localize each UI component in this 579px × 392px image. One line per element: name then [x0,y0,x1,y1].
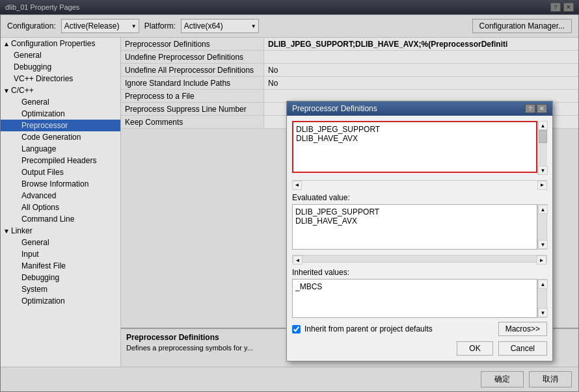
edit-scrollbar[interactable]: ▲ ▼ [537,121,547,175]
evaluated-label: Evaluated value: [292,193,547,202]
hscroll-right-arrow[interactable]: ► [537,181,547,190]
inherit-checkbox-row: Inherit from parent or project defaults … [292,322,547,336]
eval-hscroll-left[interactable]: ◄ [293,255,303,265]
inh-sb-up[interactable]: ▲ [538,280,548,289]
eval-sb-down[interactable]: ▼ [538,240,548,249]
evaluated-hscroll[interactable]: ◄ ► [292,255,547,263]
inherited-label: Inherited values: [292,268,547,277]
eval-sb-up[interactable]: ▲ [538,205,548,214]
evaluated-container: DLIB_JPEG_SUPPORT DLIB_HAVE_AVX ▲ ▼ [292,204,547,250]
inherited-line-1: _MBCS [295,282,534,291]
sb-down-arrow[interactable]: ▼ [538,166,548,175]
popup-title-bar: Preprocessor Definitions ? ✕ [287,101,552,116]
eval-hscroll-right[interactable]: ► [537,255,546,265]
inherit-checkbox[interactable] [292,325,301,333]
eval-hscroll-track [303,255,537,262]
popup-title-controls: ? ✕ [525,104,547,113]
evaluated-box: DLIB_JPEG_SUPPORT DLIB_HAVE_AVX [292,204,537,250]
inherited-container: _MBCS ▲ ▼ [292,279,547,318]
popup-close-button[interactable]: ✕ [537,104,547,113]
sb-up-arrow[interactable]: ▲ [538,121,548,130]
popup-body: DLIB_JPEG_SUPPORT DLIB_HAVE_AVX ▲ ▼ ◄ ► … [287,116,552,361]
sb-thumb[interactable] [539,130,547,143]
popup-title: Preprocessor Definitions [292,104,377,113]
macros-button[interactable]: Macros>> [498,322,547,336]
popup-help-button[interactable]: ? [525,104,535,113]
inherited-scrollbar[interactable]: ▲ ▼ [537,279,547,318]
popup-bottom-buttons: OK Cancel [292,341,547,356]
inherited-box: _MBCS [292,279,537,318]
evaluated-scrollbar[interactable]: ▲ ▼ [537,204,547,250]
popup-ok-button[interactable]: OK [457,341,492,356]
eval-sb-track [538,214,546,240]
evaluated-line-1: DLIB_JPEG_SUPPORT [295,207,534,216]
sb-track [538,130,547,166]
edit-hscroll[interactable]: ◄ ► [292,180,547,189]
edit-box-container: DLIB_JPEG_SUPPORT DLIB_HAVE_AVX ▲ ▼ [292,121,547,175]
inh-sb-track [538,289,546,308]
edit-box[interactable]: DLIB_JPEG_SUPPORT DLIB_HAVE_AVX [292,121,537,173]
inherit-checkbox-label: Inherit from parent or project defaults [304,324,433,333]
popup-dialog: Preprocessor Definitions ? ✕ DLIB_JPEG_S… [286,101,553,361]
hscroll-left-arrow[interactable]: ◄ [292,181,302,190]
evaluated-line-2: DLIB_HAVE_AVX [295,216,534,226]
inh-sb-down[interactable]: ▼ [538,308,548,317]
popup-cancel-button[interactable]: Cancel [498,341,547,356]
